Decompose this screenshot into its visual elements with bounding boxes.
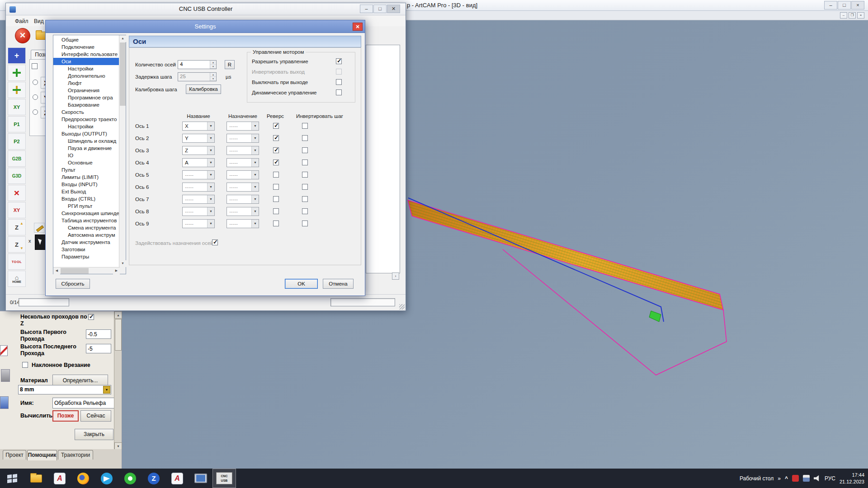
flag-tray-icon[interactable] xyxy=(803,475,810,482)
close-assistant-button[interactable]: Закрыть xyxy=(75,429,113,440)
taskbar-zona[interactable]: Z xyxy=(142,469,165,488)
tree-item[interactable]: Настройки xyxy=(53,123,119,130)
axis-x-radio[interactable] xyxy=(33,80,38,85)
z-down-icon[interactable]: Z xyxy=(8,236,26,253)
tree-item[interactable]: Ext Выход xyxy=(53,188,119,195)
tree-item[interactable]: РГИ пульт xyxy=(53,202,119,210)
toolbar-chevron[interactable]: » xyxy=(778,475,781,482)
tab-toolpaths[interactable]: Траектории xyxy=(58,450,93,460)
scroll-right-arrow[interactable]: ▶ xyxy=(113,267,120,274)
tree-item[interactable]: Шпиндель и охлажд xyxy=(53,137,119,145)
axis-name-select[interactable]: ----- xyxy=(182,183,215,192)
reverse-checkbox[interactable] xyxy=(273,123,279,129)
artcam-close-button[interactable]: × xyxy=(851,1,864,9)
tree-item[interactable]: Ограничения xyxy=(53,87,119,94)
taskbar-green-messenger[interactable] xyxy=(118,469,142,488)
axis-assign-select[interactable]: ----- xyxy=(226,122,259,131)
tree-vertical-scrollbar[interactable]: ▲ ▼ xyxy=(119,35,126,274)
taskbar-image-viewer[interactable] xyxy=(189,469,212,488)
tree-item[interactable]: Пауза и движение xyxy=(53,145,119,152)
reverse-checkbox[interactable] xyxy=(273,160,279,165)
tree-item[interactable]: Пульт xyxy=(53,166,119,174)
axis-name-select[interactable]: A xyxy=(182,158,215,167)
reverse-checkbox[interactable] xyxy=(273,172,279,178)
zero-axes-icon[interactable]: × xyxy=(8,185,26,201)
slope-tool-icon[interactable] xyxy=(0,345,8,356)
clock[interactable]: 17:44 21.12.2023 xyxy=(840,472,864,485)
edit-pencil-icon[interactable] xyxy=(34,223,45,233)
calculate-later-button[interactable]: Позже xyxy=(52,410,79,422)
axis-name-select[interactable]: X xyxy=(182,122,215,131)
tree-item[interactable]: Люфт xyxy=(53,80,119,87)
menu-view[interactable]: Вид xyxy=(31,17,47,25)
axis-name-select[interactable]: ----- xyxy=(182,219,215,228)
tree-item[interactable]: Датчик инструмента xyxy=(53,239,119,246)
assistant-scrollbar[interactable]: ▲ ▼ xyxy=(114,311,122,450)
tree-item[interactable]: Предпросмотр траекто xyxy=(53,116,119,123)
cancel-button[interactable]: Отмена xyxy=(323,279,354,289)
tree-item[interactable]: Общие xyxy=(53,36,119,43)
artcam-minimize-button[interactable]: – xyxy=(824,1,837,9)
spinner[interactable]: ▲▼ xyxy=(210,61,216,69)
tree-item[interactable]: Синхронизация шпинде xyxy=(53,210,119,217)
machine-position-icon[interactable]: + xyxy=(8,47,26,64)
panel-expand-button[interactable]: › xyxy=(392,272,399,280)
goto-xy-icon[interactable]: XY xyxy=(8,99,26,115)
invert-step-checkbox[interactable] xyxy=(302,221,308,226)
scrollbar-thumb[interactable] xyxy=(61,268,89,274)
settings-close-button[interactable]: ✕ xyxy=(353,23,363,31)
reverse-checkbox[interactable] xyxy=(273,135,279,141)
scrollbar-thumb[interactable] xyxy=(120,42,126,106)
reverse-checkbox[interactable] xyxy=(273,147,279,153)
tool-change-icon[interactable]: TOOL xyxy=(8,253,26,270)
axis-assign-select[interactable]: ----- xyxy=(226,134,259,143)
scroll-up-arrow[interactable]: ▲ xyxy=(114,311,122,319)
scrollbar-thumb[interactable] xyxy=(115,319,122,351)
home-icon[interactable]: HOME xyxy=(8,271,26,287)
tab-project[interactable]: Проект xyxy=(3,450,26,460)
zero-xy-icon[interactable]: XY xyxy=(8,202,26,218)
enable-assign-checkbox[interactable] xyxy=(212,239,218,245)
axis-name-select[interactable]: ----- xyxy=(182,170,215,179)
scroll-left-arrow[interactable]: ◀ xyxy=(53,267,60,274)
jog-arrows-icon[interactable] xyxy=(8,65,26,81)
axis-assign-select[interactable]: ----- xyxy=(226,158,259,167)
tree-item[interactable]: Скорость xyxy=(53,108,119,116)
invert-step-checkbox[interactable] xyxy=(302,135,308,141)
taskbar-firefox[interactable] xyxy=(71,469,95,488)
start-button[interactable] xyxy=(0,469,24,488)
tray-expand-icon[interactable]: ^ xyxy=(785,475,788,482)
axis-name-select[interactable]: Z xyxy=(182,146,215,155)
tree-item[interactable]: IO xyxy=(53,152,119,159)
reverse-checkbox[interactable] xyxy=(273,221,279,226)
tree-horizontal-scrollbar[interactable]: ◀ ▶ xyxy=(53,267,120,274)
enable-control-checkbox[interactable] xyxy=(336,58,342,64)
tree-item[interactable]: Подключение xyxy=(53,43,119,51)
taskbar-artcam-2[interactable]: A xyxy=(165,469,189,488)
reverse-checkbox[interactable] xyxy=(273,208,279,214)
thickness-dropdown-arrow[interactable]: ▼ xyxy=(103,386,110,394)
taskbar-telegram[interactable] xyxy=(95,469,118,488)
tree-item[interactable]: Входы (INPUT) xyxy=(53,181,119,188)
tree-item[interactable]: Программное огра xyxy=(53,94,119,101)
cnc-minimize-button[interactable]: – xyxy=(360,5,373,13)
calibration-button[interactable]: Калибровка xyxy=(186,84,221,94)
invert-step-checkbox[interactable] xyxy=(302,208,308,214)
blue-tool-icon[interactable] xyxy=(0,396,9,409)
reset-button[interactable]: Сбросить xyxy=(56,279,90,289)
last-pass-input[interactable] xyxy=(86,344,111,353)
dynamic-control-checkbox[interactable] xyxy=(336,89,342,95)
tree-item[interactable]: Базирование xyxy=(53,101,119,108)
g3d-icon[interactable]: G3D xyxy=(8,168,26,184)
tree-item[interactable]: Входы (CTRL) xyxy=(53,195,119,202)
emergency-stop-icon[interactable]: ✕ xyxy=(15,28,30,43)
cnc-titlebar[interactable]: CNC USB Controller – □ ✕ xyxy=(6,3,406,15)
tree-item[interactable]: Основные xyxy=(53,159,119,166)
tree-item[interactable]: Настройки xyxy=(53,65,119,72)
tree-item[interactable]: Таблица инструментов xyxy=(53,217,119,224)
axis-assign-select[interactable]: ----- xyxy=(226,183,259,192)
invert-step-checkbox[interactable] xyxy=(302,160,308,165)
settings-titlebar[interactable]: Settings ✕ xyxy=(46,20,365,33)
axis-assign-select[interactable]: ----- xyxy=(226,219,259,228)
tree-item[interactable]: Параметры xyxy=(53,253,119,260)
